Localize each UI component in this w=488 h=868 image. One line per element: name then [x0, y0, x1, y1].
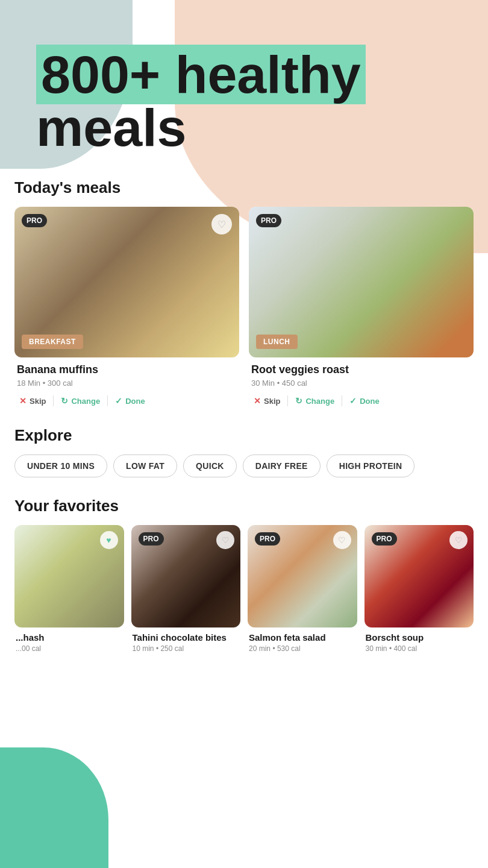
- favorites-title: Your favorites: [14, 497, 474, 515]
- meal-card-meta-banana-muffins: 18 Min • 300 cal: [17, 379, 237, 388]
- pro-badge-borscht: PRO: [372, 532, 397, 546]
- divider1: [53, 395, 54, 406]
- change-icon-root-veggies: ↻: [295, 396, 302, 406]
- change-icon-banana-muffins: ↻: [61, 396, 68, 406]
- meal-card-name-banana-muffins: Banana muffins: [17, 363, 237, 376]
- fav-card-meta-hash: ...00 cal: [16, 644, 123, 653]
- fav-heart-button-borscht[interactable]: ♡: [449, 531, 468, 549]
- fav-card-name-tahini: Tahini chocolate bites: [133, 632, 240, 643]
- meal-card-info-banana-muffins: Banana muffins 18 Min • 300 cal ✕ Skip: [14, 357, 239, 407]
- fav-card-meta-tahini: 10 min • 250 cal: [133, 644, 240, 653]
- fav-card-info-salmon: Salmon feta salad 20 min • 530 cal: [248, 627, 357, 653]
- fav-time-salmon: 20 min: [249, 644, 271, 653]
- change-button-banana-muffins[interactable]: ↻ Change: [58, 395, 102, 407]
- meal-time-banana-muffins: 18 Min: [17, 379, 40, 388]
- fav-heart-button-tahini[interactable]: ♡: [216, 531, 234, 549]
- done-icon-banana-muffins: ✓: [115, 396, 122, 406]
- fav-cal-salmon: 530 cal: [277, 644, 301, 653]
- fav-cal-tahini: 250 cal: [160, 644, 184, 653]
- fav-heart-icon-salmon: ♡: [338, 535, 346, 545]
- done-button-banana-muffins[interactable]: ✓ Done: [113, 395, 148, 407]
- pro-badge: PRO: [22, 214, 47, 227]
- heart-icon-banana-muffins: ♡: [217, 219, 226, 230]
- fav-card-image-salmon: PRO ♡: [248, 525, 357, 627]
- fav-card-meta-borscht: 30 min • 400 cal: [366, 644, 473, 653]
- favorites-row: ♥ ...hash ...00 cal PRO ♡ Tahini chocol: [14, 525, 474, 653]
- todays-meals-title: Today's meals: [14, 178, 474, 197]
- change-label-root-veggies: Change: [305, 397, 334, 406]
- fav-heart-icon-hash: ♥: [106, 535, 111, 545]
- todays-meals-section: Today's meals PRO ♡ BREAKFAST Banana muf…: [0, 178, 488, 407]
- explore-tag-lowfat[interactable]: LOW FAT: [113, 454, 177, 477]
- pro-badge-salmon: PRO: [255, 532, 280, 546]
- fav-card-name-salmon: Salmon feta salad: [249, 632, 356, 643]
- fav-card-borscht: PRO ♡ Borscht soup 30 min • 400 cal: [364, 525, 474, 653]
- fav-card-hash: ♥ ...hash ...00 cal: [14, 525, 124, 653]
- skip-icon-banana-muffins: ✕: [19, 396, 27, 406]
- fav-card-image-hash: ♥: [14, 525, 124, 627]
- fav-heart-button-hash[interactable]: ♥: [100, 531, 118, 549]
- fav-cal-borscht: 400 cal: [393, 644, 417, 653]
- fav-card-salmon: PRO ♡ Salmon feta salad 20 min • 530 cal: [248, 525, 357, 653]
- done-button-root-veggies[interactable]: ✓ Done: [347, 395, 382, 407]
- fav-card-meta-salmon: 20 min • 530 cal: [249, 644, 356, 653]
- fav-card-name-borscht: Borscht soup: [366, 632, 473, 643]
- divider3: [287, 395, 288, 406]
- bg-decoration-teal: [0, 747, 108, 868]
- explore-tags-container: UNDER 10 MINS LOW FAT QUICK DAIRY FREE H…: [14, 454, 474, 477]
- explore-title: Explore: [14, 426, 474, 445]
- meal-card-actions-root-veggies: ✕ Skip ↻ Change ✓ Done: [251, 395, 471, 407]
- pro-badge-tahini: PRO: [139, 532, 164, 546]
- change-button-root-veggies[interactable]: ↻ Change: [293, 395, 337, 407]
- fav-card-tahini: PRO ♡ Tahini chocolate bites 10 min • 25…: [131, 525, 241, 653]
- meal-card-image-banana-muffins: PRO ♡ BREAKFAST: [14, 207, 239, 357]
- hero-headline: 800+ healthy meals: [36, 48, 464, 154]
- change-label-banana-muffins: Change: [71, 397, 100, 406]
- skip-button-banana-muffins[interactable]: ✕ Skip: [17, 395, 48, 407]
- meal-card-name-root-veggies: Root veggies roast: [251, 363, 471, 376]
- meal-cal-root-veggies: 450 cal: [282, 379, 307, 388]
- fav-time-tahini: 10 min: [133, 644, 154, 653]
- meal-card-meta-root-veggies: 30 Min • 450 cal: [251, 379, 471, 388]
- meal-card-banana-muffins: PRO ♡ BREAKFAST Banana muffins 18 Min • …: [14, 207, 239, 407]
- hero-section: 800+ healthy meals: [0, 0, 488, 178]
- skip-button-root-veggies[interactable]: ✕ Skip: [251, 395, 283, 407]
- fav-card-info-hash: ...hash ...00 cal: [14, 627, 124, 653]
- explore-tag-dairyfree[interactable]: DAIRY FREE: [243, 454, 321, 477]
- explore-section: Explore UNDER 10 MINS LOW FAT QUICK DAIR…: [0, 426, 488, 477]
- done-icon-root-veggies: ✓: [349, 396, 357, 406]
- explore-tag-under10mins[interactable]: UNDER 10 MINS: [14, 454, 107, 477]
- fav-card-image-tahini: PRO ♡: [131, 525, 241, 627]
- skip-label-root-veggies: Skip: [264, 397, 280, 406]
- fav-card-info-tahini: Tahini chocolate bites 10 min • 250 cal: [131, 627, 241, 653]
- meal-type-breakfast: BREAKFAST: [22, 335, 83, 349]
- meal-card-info-root-veggies: Root veggies roast 30 Min • 450 cal ✕ Sk…: [249, 357, 474, 407]
- divider4: [342, 395, 342, 406]
- skip-icon-root-veggies: ✕: [254, 396, 261, 406]
- favorites-section: Your favorites ♥ ...hash ...00 cal PRO: [0, 497, 488, 653]
- pro-badge-veggies: PRO: [256, 214, 281, 227]
- fav-card-image-borscht: PRO ♡: [364, 525, 474, 627]
- meta-dot-2: •: [277, 379, 282, 388]
- divider2: [107, 395, 108, 406]
- fav-heart-icon-tahini: ♡: [222, 535, 230, 545]
- meta-dot-1: •: [43, 379, 48, 388]
- done-label-root-veggies: Done: [360, 397, 380, 406]
- fav-heart-icon-borscht: ♡: [455, 535, 463, 545]
- skip-label-banana-muffins: Skip: [30, 397, 46, 406]
- fav-time-borscht: 30 min: [366, 644, 387, 653]
- fav-card-info-borscht: Borscht soup 30 min • 400 cal: [364, 627, 474, 653]
- explore-tag-highprotein[interactable]: HIGH PROTEIN: [327, 454, 415, 477]
- hero-headline-line2: meals: [36, 98, 187, 157]
- meal-cards-row: PRO ♡ BREAKFAST Banana muffins 18 Min • …: [14, 207, 474, 407]
- meal-time-root-veggies: 30 Min: [251, 379, 275, 388]
- explore-tag-quick[interactable]: QUICK: [183, 454, 237, 477]
- done-label-banana-muffins: Done: [125, 397, 145, 406]
- meal-card-image-root-veggies: PRO LUNCH: [249, 207, 474, 357]
- meal-card-root-veggies: PRO LUNCH Root veggies roast 30 Min • 45…: [249, 207, 474, 407]
- meal-type-lunch: LUNCH: [256, 335, 298, 349]
- meal-card-actions-banana-muffins: ✕ Skip ↻ Change ✓ Done: [17, 395, 237, 407]
- meal-cal-banana-muffins: 300 cal: [48, 379, 73, 388]
- heart-button-banana-muffins[interactable]: ♡: [211, 214, 232, 234]
- fav-heart-button-salmon[interactable]: ♡: [333, 531, 351, 549]
